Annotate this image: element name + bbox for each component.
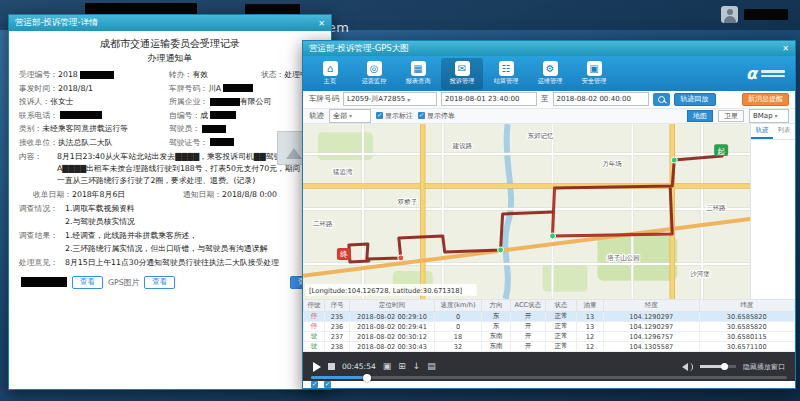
progress-bar[interactable] (311, 376, 787, 379)
plate-select[interactable]: L2059-川A72855▾ (343, 92, 437, 106)
field-label: 类别： (19, 123, 42, 134)
redacted-text (210, 138, 234, 146)
nav-item-complaints[interactable]: ✉投诉管理 (441, 58, 483, 90)
form-row: 联系电话： 自编号：成 (19, 110, 321, 121)
track-select[interactable]: 全部▾ (329, 109, 371, 123)
view-track-button[interactable]: 查看 (72, 276, 103, 289)
track-label: 轨迹 (309, 111, 324, 121)
nav-item-reports[interactable]: ▦报表查询 (397, 58, 439, 90)
nav-item-home[interactable]: ⌂主页 (309, 58, 351, 90)
field-label: 状态： (261, 69, 284, 80)
svg-text:起: 起 (717, 147, 725, 156)
gps-window-title: 营运部-投诉管理-GPS大图 (309, 43, 409, 55)
filter-bar: 车牌号码 L2059-川A72855▾ 2018-08-01 23:40:00 … (303, 91, 795, 108)
column-header: 状态 (546, 300, 577, 312)
field-value: 2018 (58, 70, 78, 79)
start-marker[interactable]: 起 (714, 144, 728, 156)
nav-item-monitor[interactable]: ◎运营监控 (353, 58, 395, 90)
track-point-marker[interactable] (671, 157, 677, 163)
table-row[interactable]: 驶2382018-08-02 00:30:4332东南开正常12104.1305… (304, 342, 795, 352)
stop-point-marker[interactable] (398, 255, 404, 261)
map-label: 猛追湾 (333, 168, 353, 176)
volume-slider[interactable] (700, 365, 736, 368)
footer-checkbox[interactable] (324, 381, 331, 388)
play-button[interactable] (313, 362, 321, 372)
avatar-head (727, 9, 733, 15)
volume-icon[interactable] (682, 363, 693, 371)
message-alert-button[interactable]: 新消息提醒 (742, 93, 789, 106)
user-avatar[interactable] (721, 6, 738, 23)
column-header: 油量 (577, 300, 604, 312)
gps-points-table: 停驶序号定位时间速度(km/h)方向ACC状态状态油量经度纬度 停2352018… (303, 299, 795, 352)
show-stops-checkbox[interactable]: 显示停靠 (418, 111, 455, 121)
map-label: 三环路 (706, 204, 726, 212)
nav-item-billing[interactable]: ☷结算管理 (485, 58, 527, 90)
form-row: 接收单位：执法总队二大队 驾驶证号： (19, 137, 321, 148)
redacted-text (210, 111, 236, 119)
video-player-bar: 00:45:54 ▣ ⊞ ↓ ▤ 隐藏播放窗口 (303, 352, 795, 381)
plate-label: 车牌号码 (309, 94, 339, 104)
download-icon[interactable]: ↓ (413, 362, 421, 371)
chevron-down-icon: ▾ (349, 112, 352, 119)
form-row: 受理编号：2018 转办：有效 状态：处理中 (19, 69, 321, 80)
show-marks-checkbox[interactable]: 显示标注 (376, 111, 413, 121)
field-label: 驾驶员： (169, 123, 200, 134)
track-replay-button[interactable]: 轨迹回放 (674, 93, 716, 106)
column-header: 速度(km/h) (435, 300, 482, 312)
nav-item-maintenance[interactable]: ⚙运维管理 (529, 58, 571, 90)
field-label: 调查结果： (19, 230, 65, 241)
complaint-icon: ✉ (455, 61, 470, 76)
tab-list[interactable]: 列表 (773, 124, 795, 139)
close-icon[interactable]: ✕ (318, 19, 325, 28)
footer-checkbox[interactable] (311, 381, 318, 388)
map-type-button[interactable]: 地图 (687, 110, 713, 122)
snapshot-icon[interactable]: ▣ (383, 362, 392, 371)
hide-player-label[interactable]: 隐藏播放窗口 (743, 362, 785, 372)
field-value: 执法总队二大队 (58, 137, 113, 148)
map-provider-select[interactable]: BMap▾ (749, 109, 789, 123)
nav-item-safety[interactable]: ▣安全管理 (573, 58, 615, 90)
tab-track[interactable]: 轨迹 (751, 124, 773, 139)
map-label: 双桥子 (398, 198, 418, 206)
progress-handle[interactable] (363, 374, 371, 382)
track-point-marker[interactable] (550, 233, 556, 239)
field-value: 未经乘客同意拼载运行等 (42, 123, 152, 134)
time-from-input[interactable]: 2018-08-01 23:40:00 (441, 92, 537, 106)
opinion-row: 处理意见： 8月15日上午11点30分通知驾驶员行驶往执法二大队接受处理 (19, 257, 321, 269)
table-row[interactable]: 停2352018-08-02 00:29:100东开正常13104.129029… (304, 312, 795, 322)
close-icon[interactable]: ✕ (782, 44, 789, 53)
chevron-down-icon: ▾ (775, 112, 778, 119)
investigation-row: 调查情况： 1.调取车载视频资料2.与驾驶员核实情况 (19, 203, 321, 227)
search-icon (658, 96, 665, 103)
opinion-text: 8月15日上午11点30分通知驾驶员行驶往执法二大队接受处理 (65, 257, 305, 269)
search-button[interactable] (653, 93, 670, 106)
field-value: 成 (200, 110, 208, 121)
playlist-icon[interactable]: ▤ (427, 362, 436, 371)
time-to-input[interactable]: 2018-08-02 00:40:00 (553, 92, 649, 106)
grid-view-icon[interactable]: ⊞ (398, 362, 406, 371)
end-marker[interactable]: 终 (337, 248, 351, 260)
stop-button[interactable] (328, 363, 335, 370)
complaint-detail-window: 营运部-投诉管理-详情 ✕ 成都市交通运输委员会受理记录 办理通知单 受理编号：… (8, 14, 332, 390)
satellite-type-button[interactable]: 卫星 (718, 110, 744, 122)
map-canvas[interactable]: 猛追湾 建设路 东郊记忆 双桥子 万年场 塔子山公园 沙河堡 二环路 三环路 起 (303, 124, 750, 299)
map-label: 塔子山公园 (606, 254, 639, 262)
view-gps-image-button[interactable]: 查看 (144, 276, 175, 289)
gps-table-head-row: 停驶序号定位时间速度(km/h)方向ACC状态状态油量经度纬度 (304, 300, 795, 312)
result-line: 2.三环路绕行属实情况，但出口听错，与驾驶员有沟通误解 (65, 243, 305, 255)
track-point-marker[interactable] (498, 247, 504, 253)
volume-thumb[interactable] (721, 363, 728, 370)
field-label: 转办： (169, 69, 192, 80)
redacted-text (85, 3, 197, 14)
gps-map-window: 营运部-投诉管理-GPS大图 ✕ ⌂主页 ◎运营监控 ▦报表查询 ✉投诉管理 ☷… (302, 40, 796, 389)
investigation-line: 1.调取车载视频资料 (65, 203, 135, 214)
table-row[interactable]: 驶2372018-08-02 00:30:1218东南开正常12104.1296… (304, 332, 795, 342)
content-row: 内容： 8月1日23:40从火车站北站出发去▇▇▇▇，乘客投诉司机▇▇驾驶川A▇… (19, 151, 321, 187)
form-row: 事发时间：2018/8/1 车牌号码：川A (19, 83, 321, 94)
chevron-down-icon: ▾ (407, 96, 410, 103)
map-label: 二环路 (313, 220, 333, 228)
coordinate-readout: [Longitude:104.126728, Latitude:30.67131… (305, 284, 477, 296)
table-row[interactable]: 停2362018-08-02 00:29:410东开正常13104.129029… (304, 322, 795, 332)
redacted-text (223, 84, 253, 92)
svg-text:[Longitude:104.126728, Latitud: [Longitude:104.126728, Latitude:30.67131… (309, 287, 462, 295)
